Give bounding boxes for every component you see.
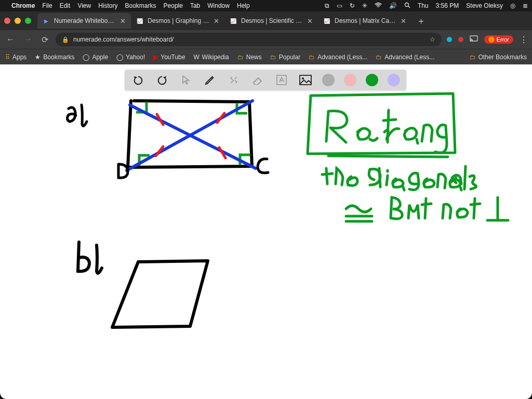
svg-line-1: [408, 6, 410, 8]
svg-line-11: [217, 113, 224, 123]
window-minimize[interactable]: [15, 18, 21, 24]
menu-help[interactable]: Help: [237, 2, 250, 9]
pencil-tool[interactable]: [203, 73, 217, 87]
tools-settings[interactable]: [227, 73, 241, 87]
menu-bookmarks[interactable]: Bookmarks: [125, 2, 156, 9]
menu-file[interactable]: File: [42, 2, 52, 9]
window-close[interactable]: [4, 18, 10, 24]
volume-icon[interactable]: 🔊: [389, 2, 397, 9]
eraser-tool[interactable]: [250, 73, 265, 87]
tab-desmos-scientific[interactable]: 📈 Desmos | Scientific Calculator ✕: [224, 13, 318, 29]
tab-numerade-whiteboard[interactable]: ▶ Numerade Whiteboard ✕: [37, 13, 131, 29]
chrome-menu-icon[interactable]: ⋮: [520, 35, 528, 45]
apps-icon: ⠿: [5, 54, 10, 61]
youtube-icon: ▶: [153, 54, 158, 61]
bookmark-advanced-2[interactable]: 🗀Advanced (Less...: [376, 54, 434, 61]
extension-icon-1[interactable]: [447, 37, 452, 42]
folder-icon: 🗀: [470, 54, 476, 61]
profile-error-label: Error: [497, 36, 509, 43]
wifi-icon[interactable]: [375, 2, 382, 9]
bookmarks-bar: ⠿Apps ★Bookmarks ◯Apple ◯Yahoo! ▶YouTube…: [0, 49, 532, 64]
undo-button[interactable]: [131, 73, 145, 87]
timemachine-icon[interactable]: ↻: [350, 2, 355, 9]
svg-line-9: [219, 148, 225, 158]
folder-icon: 🗀: [237, 54, 244, 61]
cast-icon[interactable]: [470, 35, 478, 44]
tab-desmos-graphing[interactable]: 📈 Desmos | Graphing Calculator ✕: [131, 13, 224, 29]
lock-icon[interactable]: 🔒: [62, 36, 69, 43]
menu-edit[interactable]: Edit: [60, 2, 71, 9]
bookmark-advanced-1[interactable]: 🗀Advanced (Less...: [309, 54, 367, 61]
tab-close-icon[interactable]: ✕: [307, 17, 313, 25]
tab-title: Desmos | Scientific Calculator: [241, 17, 303, 24]
bluetooth-icon[interactable]: ✳: [362, 2, 367, 9]
screenrecord-icon[interactable]: ⧉: [325, 2, 329, 9]
siri-icon[interactable]: ◎: [510, 2, 515, 9]
menu-window[interactable]: Window: [207, 2, 230, 9]
new-tab-button[interactable]: ＋: [411, 15, 431, 27]
active-app-name[interactable]: Chrome: [11, 2, 35, 9]
svg-line-10: [156, 147, 163, 156]
display-icon[interactable]: ▭: [337, 2, 342, 9]
numerade-favicon: ▶: [43, 17, 50, 24]
bookmark-apple[interactable]: ◯Apple: [83, 54, 108, 61]
bookmark-popular[interactable]: 🗀Popular: [270, 54, 300, 61]
image-tool[interactable]: [298, 73, 313, 87]
menu-history[interactable]: History: [98, 2, 117, 9]
bookmark-other[interactable]: 🗀Other Bookmarks: [470, 54, 527, 61]
bookmark-bookmarks[interactable]: ★Bookmarks: [35, 54, 74, 61]
back-button[interactable]: ←: [4, 33, 17, 46]
whiteboard-toolbar: [125, 70, 406, 90]
folder-icon: 🗀: [376, 54, 382, 61]
forward-button[interactable]: →: [22, 33, 34, 46]
menu-view[interactable]: View: [77, 2, 91, 9]
redo-button[interactable]: [155, 73, 169, 87]
macos-menubar: Chrome File Edit View History Bookmarks …: [0, 0, 532, 11]
bookmark-wikipedia[interactable]: WWikipedia: [193, 54, 229, 61]
tab-close-icon[interactable]: ✕: [120, 17, 126, 25]
svg-point-5: [302, 77, 304, 79]
folder-icon: 🗀: [270, 54, 276, 61]
color-swatch-pink[interactable]: [344, 74, 356, 86]
notification-center-icon[interactable]: ≣: [523, 2, 528, 9]
window-corner-mask: [0, 387, 532, 399]
menubar-time[interactable]: 3:56 PM: [436, 2, 459, 9]
color-swatch-grey[interactable]: [322, 74, 335, 86]
color-swatch-green[interactable]: [366, 74, 378, 86]
desmos-favicon: 📈: [323, 17, 330, 24]
menubar-user[interactable]: Steve Oleksy: [466, 2, 503, 9]
reload-button[interactable]: ⟳: [39, 33, 50, 47]
pointer-tool[interactable]: [179, 73, 193, 87]
window-controls: [4, 18, 31, 24]
whiteboard-canvas[interactable]: [0, 64, 532, 399]
search-icon[interactable]: [404, 2, 410, 10]
tab-title: Desmos | Graphing Calculator: [148, 17, 209, 24]
profile-error-badge[interactable]: Error: [484, 35, 513, 44]
bookmark-news[interactable]: 🗀News: [237, 54, 262, 61]
chrome-tabstrip: ▶ Numerade Whiteboard ✕ 📈 Desmos | Graph…: [0, 11, 532, 30]
tab-title: Numerade Whiteboard: [54, 17, 116, 24]
color-swatch-violet[interactable]: [388, 74, 400, 86]
url-text: numerade.com/answers/whiteboard/: [73, 36, 425, 43]
address-bar[interactable]: 🔒 numerade.com/answers/whiteboard/ ☆: [56, 33, 442, 46]
wikipedia-icon: W: [193, 54, 199, 61]
menu-tab[interactable]: Tab: [190, 2, 200, 9]
bookmark-star-icon[interactable]: ☆: [430, 36, 435, 43]
svg-rect-4: [300, 75, 311, 85]
bookmark-apps[interactable]: ⠿Apps: [5, 54, 26, 61]
menu-people[interactable]: People: [164, 2, 183, 9]
tab-desmos-matrix[interactable]: 📈 Desmos | Matrix Calculator ✕: [318, 13, 411, 29]
star-icon: ★: [35, 54, 41, 61]
tab-close-icon[interactable]: ✕: [214, 17, 219, 25]
ring-icon: ◯: [116, 54, 123, 61]
text-tool[interactable]: [274, 73, 289, 87]
svg-line-8: [157, 114, 163, 125]
menubar-day[interactable]: Thu: [418, 2, 429, 9]
tab-title: Desmos | Matrix Calculator: [335, 17, 396, 24]
bookmark-youtube[interactable]: ▶YouTube: [153, 54, 185, 61]
bookmark-yahoo[interactable]: ◯Yahoo!: [116, 54, 145, 61]
window-maximize[interactable]: [25, 18, 31, 24]
tab-close-icon[interactable]: ✕: [401, 17, 406, 25]
chrome-toolbar: ← → ⟳ 🔒 numerade.com/answers/whiteboard/…: [0, 30, 532, 49]
extension-icon-2[interactable]: [458, 37, 463, 42]
